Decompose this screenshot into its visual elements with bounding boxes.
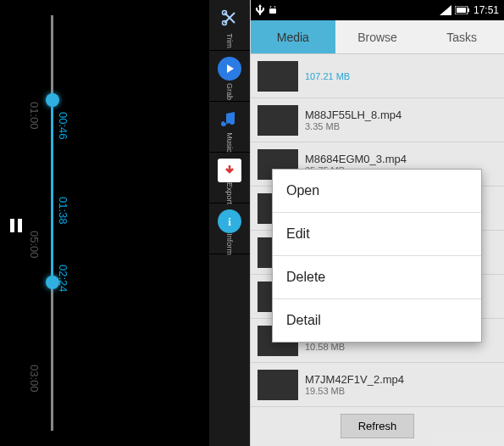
grab-icon <box>218 57 241 81</box>
editor-stage: 01:00 00:46 01:38 05:00 02:24 03:00 <box>0 0 209 446</box>
svg-text:i: i <box>228 215 231 228</box>
signal-icon <box>440 5 451 15</box>
svg-marker-2 <box>227 64 234 73</box>
tab-browse[interactable]: Browse <box>335 20 420 53</box>
svg-line-5 <box>270 6 271 8</box>
svg-rect-4 <box>269 8 276 14</box>
menu-delete[interactable]: Delete <box>273 256 481 299</box>
svg-marker-7 <box>440 5 451 15</box>
battery-icon <box>455 6 470 14</box>
scissors-icon <box>218 6 241 30</box>
tab-tasks[interactable]: Tasks <box>419 20 504 53</box>
menu-open[interactable]: Open <box>273 170 481 213</box>
tool-music[interactable]: Music <box>209 102 250 153</box>
tool-grab[interactable]: Grab <box>209 51 250 102</box>
time-mark-muted-1: 01:00 <box>28 102 41 130</box>
status-time: 17:51 <box>474 4 499 16</box>
tool-sidebar: Trim Grab Music Export i Inform <box>209 0 250 446</box>
time-mark-start: 00:46 <box>57 112 69 140</box>
file-browser-panel: 17:51 Media Browse Tasks 107.21 MB M88JF… <box>250 0 504 446</box>
time-mark-muted-2: 05:00 <box>28 231 41 259</box>
time-mark-muted-3: 03:00 <box>28 365 41 393</box>
menu-edit[interactable]: Edit <box>273 213 481 256</box>
info-icon: i <box>218 209 241 233</box>
usb-icon <box>256 4 264 16</box>
export-icon <box>218 159 241 182</box>
time-mark-mid: 01:38 <box>57 197 69 225</box>
svg-line-6 <box>274 6 275 8</box>
tool-inform[interactable]: i Inform <box>209 203 250 254</box>
status-bar: 17:51 <box>251 0 504 20</box>
video-editor-panel: 01:00 00:46 01:38 05:00 02:24 03:00 Trim… <box>0 0 250 446</box>
pause-icon[interactable] <box>10 214 25 237</box>
tab-media[interactable]: Media <box>251 20 335 53</box>
android-icon <box>268 5 278 15</box>
menu-detail[interactable]: Detail <box>273 299 481 342</box>
trim-handle-start[interactable] <box>46 93 59 107</box>
music-icon <box>218 108 241 131</box>
file-list: 107.21 MB M88JF55LH_8.mp4 3.35 MB M8684E… <box>251 54 504 446</box>
svg-rect-10 <box>457 8 466 13</box>
tool-trim[interactable]: Trim <box>209 0 250 51</box>
tool-export[interactable]: Export <box>209 153 250 203</box>
time-mark-end: 02:24 <box>57 265 69 293</box>
tab-row: Media Browse Tasks <box>251 20 504 54</box>
context-menu: Open Edit Delete Detail <box>272 169 482 343</box>
timeline-selection[interactable] <box>51 98 53 282</box>
svg-rect-9 <box>468 8 469 12</box>
